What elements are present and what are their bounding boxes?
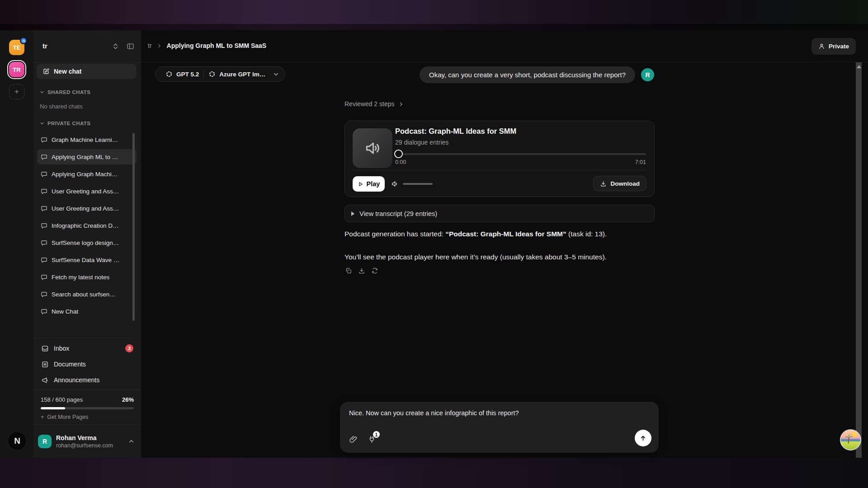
app-logo[interactable]: N: [8, 432, 27, 450]
divider: [33, 389, 141, 390]
view-transcript-toggle[interactable]: View transcript (29 entries): [344, 205, 655, 222]
openai-icon: [208, 70, 216, 78]
download-icon[interactable]: [358, 267, 365, 274]
chevron-down-icon: [39, 89, 45, 95]
workspace-rail: TE TR + N: [0, 30, 33, 458]
podcast-player-card: Podcast: Graph-ML Ideas for SMM 29 dialo…: [344, 121, 655, 197]
inbox-unread-badge: 3: [125, 344, 133, 352]
chat-list-item[interactable]: Applying Graph Machi…: [37, 166, 137, 182]
send-button[interactable]: [635, 430, 651, 446]
workspace-initials: TE: [13, 44, 21, 51]
private-chats-section-header[interactable]: PRIVATE CHATS: [39, 121, 90, 126]
user-message-bubble: Okay, can you create a very short, podca…: [420, 66, 635, 83]
chat-list-item[interactable]: User Greeting and Ass…: [37, 183, 137, 199]
pages-progress-bar: [41, 407, 134, 409]
chat-list-item[interactable]: SurfSense Data Wave …: [37, 252, 137, 267]
scroll-up-arrow-icon[interactable]: [857, 65, 861, 68]
chat-bubble-icon: [41, 308, 47, 315]
refresh-icon[interactable]: [371, 267, 378, 274]
status-message-1: Podcast generation has started: “Podcast…: [344, 230, 607, 238]
profile-name: Rohan Verma: [56, 434, 128, 441]
chat-list-item[interactable]: SurfSense logo design…: [37, 235, 137, 250]
breadcrumb-workspace[interactable]: tr: [148, 42, 152, 49]
tropical-island-badge-icon[interactable]: [840, 429, 861, 450]
documents-icon: [41, 361, 49, 368]
megaphone-icon: [41, 376, 49, 384]
chat-list-item[interactable]: Graph Machine Learni…: [37, 132, 137, 147]
chat-list-item[interactable]: Fetch my latest notes: [37, 269, 137, 285]
attachment-icon[interactable]: [349, 435, 358, 444]
sidebar-toggle-icon[interactable]: [127, 42, 134, 50]
composer-input[interactable]: Nice. Now can you create a nice infograp…: [349, 409, 650, 417]
workspace-avatar-te[interactable]: TE: [9, 40, 24, 55]
chat-bubble-icon: [41, 239, 47, 246]
pages-progress-fill: [41, 407, 65, 409]
openai-icon: [165, 70, 173, 78]
profile-email: rohan@surfsense.com: [56, 442, 128, 449]
chat-list-item[interactable]: User Greeting and Ass…: [37, 201, 137, 216]
main-scrollbar[interactable]: [856, 62, 862, 458]
plus-icon: +: [41, 414, 44, 420]
privacy-toggle-button[interactable]: Private: [811, 38, 856, 55]
new-chat-button[interactable]: New chat: [37, 64, 137, 79]
person-icon: [818, 43, 825, 50]
podcast-artwork: [353, 128, 392, 168]
chat-list-scrollbar[interactable]: [132, 133, 135, 321]
desktop-bottom-band: [0, 458, 868, 488]
chevron-down-icon: [273, 71, 279, 78]
conversation-column: Okay, can you create a very short, podca…: [344, 62, 659, 458]
divider: [353, 170, 646, 170]
add-workspace-button[interactable]: +: [9, 84, 24, 99]
chat-list-item[interactable]: New Chat: [37, 304, 137, 319]
play-button[interactable]: Play: [353, 176, 385, 192]
speaker-icon: [364, 140, 381, 157]
connectors-count-badge: 1: [373, 431, 380, 438]
compose-icon: [42, 68, 50, 75]
chat-list-item[interactable]: Applying Graph ML to …: [37, 149, 137, 164]
message-actions: [345, 267, 378, 274]
play-icon: [358, 181, 363, 187]
breadcrumb-chat-title: Applying Graph ML to SMM SaaS: [167, 42, 267, 49]
chat-list: Graph Machine Learni… Applying Graph ML …: [37, 132, 137, 321]
volume-slider[interactable]: [403, 183, 433, 185]
chat-bubble-icon: [41, 154, 47, 160]
model-secondary[interactable]: Azure GPT Im…: [204, 70, 270, 78]
sidebar-item-announcements[interactable]: Announcements: [37, 372, 137, 388]
pages-count: 158 / 600 pages: [41, 396, 83, 403]
download-button[interactable]: Download: [593, 176, 647, 191]
copy-icon[interactable]: [345, 267, 352, 274]
podcast-subtitle: 29 dialogue entries: [395, 139, 448, 146]
triangle-right-icon: [351, 211, 354, 216]
chat-bubble-icon: [41, 205, 47, 212]
workspace-avatar-tr[interactable]: TR: [9, 62, 24, 77]
chat-list-item[interactable]: Infographic Creation D…: [37, 218, 137, 233]
seek-slider-knob[interactable]: [394, 150, 403, 158]
sidebar-header: tr: [33, 30, 141, 63]
volume-icon[interactable]: [391, 180, 399, 188]
shared-chats-empty-text: No shared chats: [40, 103, 83, 110]
pages-percent: 26%: [122, 396, 134, 403]
chat-bubble-icon: [41, 171, 47, 178]
user-profile-menu[interactable]: R Rohan Verma rohan@surfsense.com: [33, 425, 141, 458]
model-primary[interactable]: GPT 5.2: [161, 70, 203, 78]
sidebar-item-inbox[interactable]: Inbox 3: [37, 341, 137, 356]
chevron-up-icon: [128, 438, 135, 445]
seek-slider[interactable]: [395, 153, 646, 155]
model-selector[interactable]: GPT 5.2 Azure GPT Im…: [155, 66, 285, 82]
chat-bubble-icon: [41, 188, 47, 195]
reviewed-steps-toggle[interactable]: Reviewed 2 steps: [344, 100, 404, 108]
duration: 7:01: [635, 159, 646, 165]
shared-chats-section-header[interactable]: SHARED CHATS: [39, 89, 90, 95]
workspace-switcher-icon[interactable]: [112, 42, 119, 50]
sidebar-item-documents[interactable]: Documents: [37, 357, 137, 372]
arrow-up-icon: [639, 434, 647, 442]
chat-list-item[interactable]: Search about surfsen…: [37, 286, 137, 302]
connectors-button[interactable]: 1: [368, 435, 376, 444]
get-more-pages-button[interactable]: + Get More Pages: [41, 414, 88, 420]
time-row: 0:00 7:01: [395, 159, 646, 165]
avatar: R: [641, 68, 654, 81]
message-composer[interactable]: Nice. Now can you create a nice infograp…: [340, 402, 659, 453]
status-message-2: You’ll see the podcast player here when …: [344, 253, 607, 261]
chat-area: GPT 5.2 Azure GPT Im… Okay, can you crea…: [142, 62, 868, 458]
sidebar: tr New chat SHARED CHATS No shared chats…: [33, 30, 142, 458]
